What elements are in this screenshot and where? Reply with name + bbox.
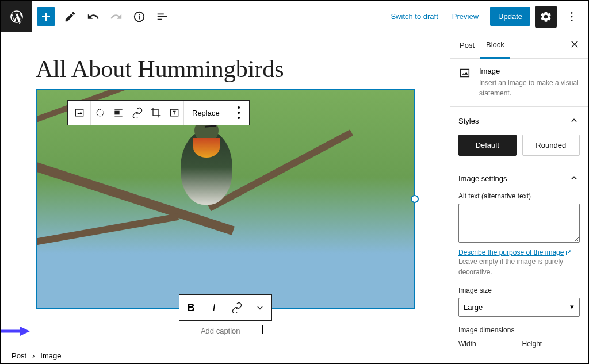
- annotation-arrow-icon: [1, 325, 33, 337]
- tab-post[interactable]: Post: [454, 33, 480, 58]
- settings-sidebar: Post Block Image Insert an image to make…: [450, 32, 588, 349]
- switch-to-draft-link[interactable]: Switch to draft: [384, 7, 445, 25]
- breadcrumb-separator-icon: ›: [32, 351, 35, 360]
- info-icon[interactable]: [128, 5, 151, 28]
- undo-icon[interactable]: [82, 5, 105, 28]
- chevron-up-icon: [568, 173, 580, 184]
- tab-block[interactable]: Block: [480, 32, 510, 59]
- svg-rect-4: [114, 111, 119, 115]
- bold-button[interactable]: B: [179, 295, 202, 320]
- image-dimensions-label: Image dimensions: [458, 326, 580, 334]
- caption-row: [36, 325, 415, 336]
- block-type-name: Image: [479, 67, 580, 75]
- text-cursor-icon: [259, 325, 265, 334]
- chevron-up-icon: [568, 115, 580, 127]
- caption-link-icon[interactable]: [225, 295, 248, 320]
- main-area: All About Hummingbirds Replace: [1, 32, 588, 349]
- styles-panel-toggle[interactable]: Styles: [458, 115, 580, 127]
- more-options-icon[interactable]: [560, 5, 583, 28]
- svg-point-7: [238, 112, 240, 114]
- svg-point-3: [97, 109, 104, 116]
- breadcrumb-bar: Post › Image: [1, 348, 588, 363]
- style-default-button[interactable]: Default: [458, 135, 517, 156]
- image-settings-label: Image settings: [458, 174, 507, 183]
- align-icon[interactable]: [109, 101, 128, 125]
- style-rounded-button[interactable]: Rounded: [522, 135, 580, 156]
- breadcrumb-current[interactable]: Image: [40, 351, 61, 360]
- svg-point-1: [571, 16, 573, 17]
- close-sidebar-icon[interactable]: [565, 35, 584, 56]
- preview-link[interactable]: Preview: [445, 7, 485, 25]
- describe-purpose-link[interactable]: Describe the purpose of the image: [458, 248, 564, 256]
- crop-icon[interactable]: [147, 101, 165, 125]
- caption-format-toolbar: B I: [179, 294, 272, 321]
- caption-input[interactable]: [186, 327, 255, 335]
- block-type-desc: Insert an image to make a visual stateme…: [479, 78, 580, 98]
- block-toolbar: Replace: [67, 100, 250, 125]
- image-size-select[interactable]: Large: [458, 298, 580, 317]
- italic-button[interactable]: I: [202, 295, 225, 320]
- svg-point-6: [238, 106, 240, 109]
- svg-point-8: [238, 117, 240, 119]
- editor-canvas[interactable]: All About Hummingbirds Replace: [1, 32, 450, 349]
- block-more-icon[interactable]: [228, 101, 249, 125]
- caption-more-icon[interactable]: [248, 295, 271, 320]
- replace-button[interactable]: Replace: [184, 101, 228, 125]
- image-settings-panel: Image settings Alt text (alternative tex…: [450, 164, 588, 349]
- width-label: Width: [458, 340, 517, 348]
- edit-icon[interactable]: [59, 5, 82, 28]
- breadcrumb-root[interactable]: Post: [12, 351, 26, 360]
- svg-point-0: [571, 12, 573, 14]
- sidebar-tabs: Post Block: [450, 32, 588, 59]
- alt-text-input[interactable]: [458, 204, 580, 243]
- update-button[interactable]: Update: [490, 7, 530, 26]
- svg-point-2: [571, 19, 573, 21]
- resize-handle-right[interactable]: [411, 195, 419, 203]
- redo-icon: [105, 5, 128, 28]
- block-info-panel: Image Insert an image to make a visual s…: [450, 59, 588, 107]
- styles-label: Styles: [458, 117, 479, 125]
- wordpress-logo[interactable]: [1, 1, 32, 32]
- image-settings-toggle[interactable]: Image settings: [458, 173, 580, 184]
- outline-icon[interactable]: [151, 5, 174, 28]
- settings-button[interactable]: [535, 6, 557, 28]
- image-block-icon[interactable]: [68, 101, 91, 125]
- styles-panel: Styles Default Rounded: [450, 107, 588, 164]
- add-block-button[interactable]: [37, 7, 55, 26]
- app-frame: Switch to draft Preview Update All About…: [0, 0, 589, 364]
- external-link-icon: [565, 250, 572, 256]
- image-icon: [458, 67, 471, 81]
- align-none-icon[interactable]: [91, 101, 109, 125]
- text-overlay-icon[interactable]: [165, 101, 183, 125]
- top-toolbar: Switch to draft Preview Update: [1, 1, 588, 32]
- post-title[interactable]: All About Hummingbirds: [36, 55, 415, 83]
- link-icon[interactable]: [128, 101, 147, 125]
- alt-text-label: Alt text (alternative text): [458, 192, 580, 200]
- image-size-label: Image size: [458, 286, 580, 294]
- alt-help-text: Leave empty if the image is purely decor…: [458, 258, 563, 276]
- height-label: Height: [522, 340, 580, 348]
